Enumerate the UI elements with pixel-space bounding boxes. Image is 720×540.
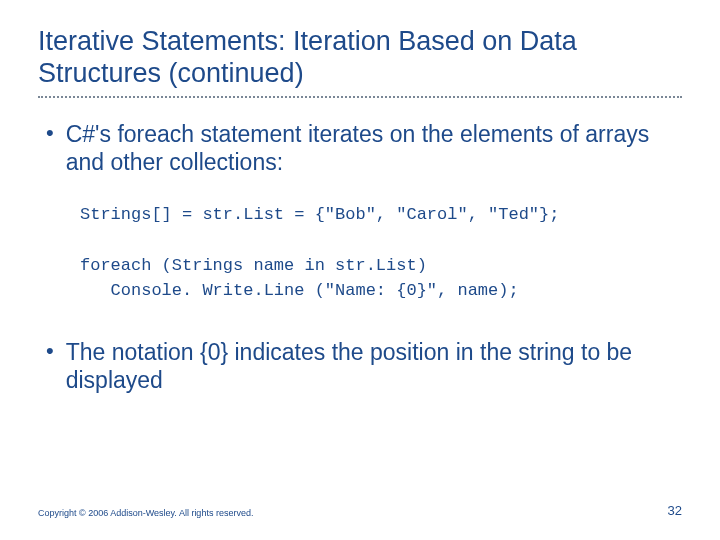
content-area: • C#'s foreach statement iterates on the…: [38, 120, 682, 394]
code-block: Strings[] = str.List = {"Bob", "Carol", …: [80, 202, 682, 304]
bullet-item: • C#'s foreach statement iterates on the…: [46, 120, 682, 176]
bullet-marker: •: [46, 338, 54, 364]
bullet-marker: •: [46, 120, 54, 146]
bullet-text: C#'s foreach statement iterates on the e…: [66, 120, 682, 176]
slide-title: Iterative Statements: Iteration Based on…: [38, 26, 682, 90]
copyright-text: Copyright © 2006 Addison-Wesley. All rig…: [38, 508, 253, 518]
slide: Iterative Statements: Iteration Based on…: [0, 0, 720, 540]
bullet-item: • The notation {0} indicates the positio…: [46, 338, 682, 394]
page-number: 32: [668, 503, 682, 518]
footer: Copyright © 2006 Addison-Wesley. All rig…: [38, 503, 682, 518]
title-divider: [38, 96, 682, 98]
bullet-text: The notation {0} indicates the position …: [66, 338, 682, 394]
